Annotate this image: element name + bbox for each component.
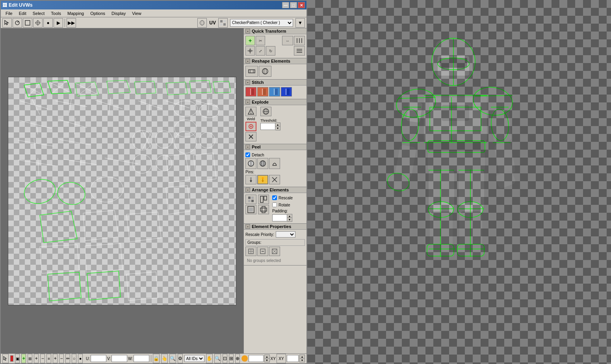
padding-up-arrow[interactable]: ▲ [287,214,292,218]
coord-down[interactable]: ▼ [265,358,269,362]
uv-sphere-icon[interactable] [197,18,207,28]
status-minus-icon[interactable]: − [40,354,45,363]
arrange-btn2[interactable] [258,195,269,204]
menu-select[interactable]: Select [30,10,48,17]
status-cube-icon[interactable]: ▣ [15,354,20,363]
element-properties-header[interactable]: - Element Properties [244,224,306,230]
peel-collapse[interactable]: - [245,145,250,149]
weld-circle-btn[interactable] [245,122,256,131]
minimize-button[interactable]: — [282,2,289,8]
qt-scissors-btn[interactable]: ✂ [256,36,265,45]
padding-down-arrow[interactable]: ▼ [287,218,292,221]
status-minus2-icon[interactable]: − [59,354,64,363]
qt-rotate-btn[interactable]: ↻ [266,46,275,56]
status-lock-icon[interactable]: 🔒 [153,354,160,363]
qt-move-btn[interactable]: ⤢ [256,46,265,56]
pins-btn3[interactable] [269,175,280,184]
toolbar-play-btn[interactable]: ▶ [54,18,63,28]
status-hand-icon[interactable]: 👆 [161,354,168,363]
qt-plus-btn[interactable]: + [245,36,255,45]
coord-up[interactable]: ▲ [265,355,269,358]
groups-btn3[interactable] [269,247,280,256]
reshape-btn2[interactable] [259,66,271,77]
zoom-down[interactable]: ▼ [300,358,305,362]
status-list-icon[interactable]: ≡ [46,354,51,363]
status-vert-icon[interactable]: ⊞ [28,354,32,363]
reshape-header[interactable]: - Reshape Elements [244,58,306,64]
rescale-priority-dropdown[interactable] [276,231,295,238]
padding-input[interactable]: 0,02 [272,214,287,221]
peel-btn2[interactable] [257,158,268,169]
status-select-icon[interactable] [2,354,9,363]
status-dot-icon[interactable]: ● [78,354,83,363]
menu-mapping[interactable]: Mapping [64,10,87,17]
status-zoom-icon[interactable]: 🔍 [214,354,221,363]
status-snap-icon[interactable]: ⊕ [235,354,240,363]
weld-x-btn[interactable] [245,132,256,141]
u-input[interactable]: 0,0 [91,355,106,362]
maximize-button[interactable]: □ [290,2,297,8]
xy-icon[interactable]: XY [277,354,286,363]
uv-grid-icon[interactable] [218,18,228,28]
quick-transform-collapse[interactable]: - [245,29,250,33]
status-magnify-icon[interactable]: 🔍 [169,354,176,363]
threshold-down-arrow[interactable]: ▼ [275,126,280,130]
reshape-collapse[interactable]: - [245,59,250,63]
coord-input[interactable]: 0,0 [249,355,264,362]
status-circle-icon[interactable]: ○ [72,354,76,363]
status-plus-green[interactable]: + [21,354,26,363]
status-plus2-icon[interactable]: + [53,354,58,363]
peel-header[interactable]: - Peel [244,144,306,150]
stitch-collapse[interactable]: - [245,80,250,85]
toolbar-rect-btn[interactable] [23,18,32,28]
toolbar-dot-btn[interactable]: ● [43,18,53,28]
close-button[interactable]: ✕ [298,2,305,8]
status-plus-icon[interactable]: + [34,354,39,363]
menu-file[interactable]: File [2,10,16,17]
status-settings-icon[interactable]: ⚙ [178,354,183,363]
stitch-btn3[interactable] [269,87,280,97]
status-brush-icon[interactable]: ✏ [65,354,70,363]
all-ids-dropdown[interactable]: All IDs [184,355,204,362]
rotate-checkbox[interactable] [272,202,277,207]
detach-checkbox[interactable] [245,152,250,157]
element-properties-collapse[interactable]: - [245,224,250,229]
explode-btn1[interactable] [245,107,256,116]
groups-btn1[interactable] [245,247,256,256]
zoom-up[interactable]: ▲ [300,355,305,358]
toolbar-select-btn[interactable] [2,18,12,28]
arrange-collapse[interactable]: - [245,188,250,192]
reshape-btn1[interactable] [245,66,258,77]
uv-canvas[interactable] [8,77,236,305]
checker-pattern-dropdown[interactable]: CheckerPattern ( Checker ) [230,19,293,27]
arrange-btn4[interactable] [258,205,269,214]
toolbar-forward-btn[interactable]: ▶▶ [67,18,76,28]
menu-edit[interactable]: Edit [16,10,30,17]
stitch-btn1[interactable] [245,87,256,97]
explode-header[interactable]: - Explode [244,99,306,105]
quick-transform-header[interactable]: - Quick Transform [244,28,306,34]
menu-display[interactable]: Display [108,10,129,17]
threshold-up-arrow[interactable]: ▲ [275,123,280,126]
pins-btn2[interactable] [257,175,268,184]
peel-btn1[interactable] [245,158,256,169]
menu-view[interactable]: View [129,10,145,17]
toolbar-rotate-btn[interactable] [13,18,22,28]
menu-tools[interactable]: Tools [48,10,64,17]
explode-collapse[interactable]: - [245,100,250,104]
peel-btn3[interactable] [269,158,280,169]
stitch-btn2[interactable] [257,87,268,97]
qt-arrow-h-btn[interactable]: ↔ [282,36,293,45]
status-frame-icon[interactable]: ⊡ [223,354,227,363]
v-input[interactable]: 0,0 [111,355,127,362]
groups-btn2[interactable] [257,247,268,256]
qt-lines-v-btn[interactable] [294,36,305,45]
stitch-btn4[interactable] [281,87,292,97]
toolbar-crosshair-btn[interactable] [33,18,43,28]
status-grid-icon[interactable]: ⊞ [229,354,234,363]
arrange-btn3[interactable] [245,205,256,214]
threshold-input[interactable]: 0,01 [260,123,275,130]
rescale-checkbox[interactable] [272,195,277,200]
w-input[interactable]: 0,0 [134,355,149,362]
status-red-square[interactable] [10,355,13,362]
